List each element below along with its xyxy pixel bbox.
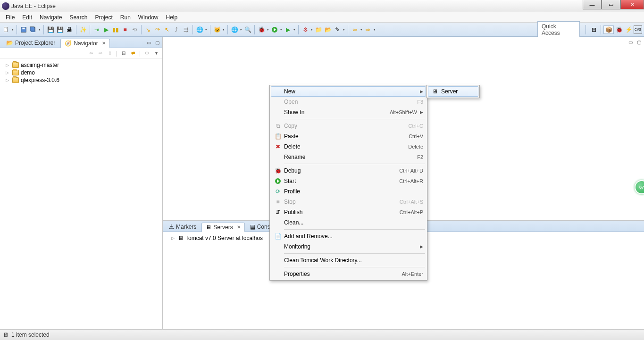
- menu-window[interactable]: Window: [134, 13, 162, 22]
- wand-icon[interactable]: ✨: [79, 25, 87, 34]
- close-icon[interactable]: ✕: [102, 41, 106, 46]
- save-all-icon[interactable]: [29, 25, 37, 34]
- forward-icon[interactable]: ⇨: [364, 25, 372, 34]
- step-into-icon[interactable]: ↘: [144, 25, 152, 34]
- disconnect-icon[interactable]: ⟲: [130, 25, 139, 34]
- submenu-server[interactable]: 🖥 Server: [428, 86, 478, 97]
- server-icon: 🖥: [432, 88, 438, 95]
- expand-icon[interactable]: ▷: [6, 70, 10, 75]
- debug-icon[interactable]: 🐞: [257, 25, 266, 34]
- ctx-add-remove[interactable]: 📄 Add and Remove...: [271, 231, 426, 241]
- resume-icon[interactable]: ▶: [102, 25, 110, 34]
- save-all2-icon[interactable]: 💾: [56, 25, 64, 34]
- save-icon[interactable]: [19, 25, 28, 34]
- collapse-all-icon[interactable]: ⊟: [120, 50, 127, 57]
- tree-item[interactable]: ▷ demo: [1, 69, 161, 76]
- ctx-show-in[interactable]: Show In Alt+Shift+W ▶: [271, 107, 426, 117]
- ctx-profile[interactable]: ⟳ Profile: [271, 186, 426, 197]
- ctx-debug[interactable]: 🐞 Debug Ctrl+Alt+D: [271, 166, 426, 176]
- tab-navigator[interactable]: 🧭 Navigator ✕: [60, 39, 109, 48]
- tree-item[interactable]: ▷ qlexpress-3.0.6: [1, 76, 161, 84]
- minimize-editor-icon[interactable]: ▭: [627, 39, 634, 45]
- ctx-properties[interactable]: Properties Alt+Enter: [271, 269, 426, 279]
- markers-icon: ⚠: [169, 224, 174, 230]
- profile-icon: ⟳: [276, 188, 280, 195]
- filter-nav-icon[interactable]: ⚙: [143, 50, 150, 57]
- tab-markers[interactable]: ⚠ Markers: [165, 222, 201, 231]
- ctx-open: Open F3: [271, 97, 426, 107]
- ctx-clean[interactable]: Clean...: [271, 217, 426, 228]
- menu-navigate[interactable]: Navigate: [36, 13, 66, 22]
- menu-help[interactable]: Help: [162, 13, 182, 22]
- ctx-start[interactable]: Start Ctrl+Alt+R: [271, 176, 426, 186]
- console-icon: ▤: [250, 224, 255, 230]
- tab-project-explorer[interactable]: 📂 Project Explorer: [2, 38, 59, 47]
- server-icon: 🖥: [178, 235, 184, 241]
- close-icon[interactable]: ✕: [237, 224, 241, 230]
- ctx-rename[interactable]: Rename F2: [271, 152, 426, 162]
- ctx-publish[interactable]: ⇵ Publish Ctrl+Alt+P: [271, 207, 426, 217]
- title-bar: Java EE - Eclipse — ▭ ✕: [0, 0, 644, 12]
- new-folder-icon[interactable]: 📁: [314, 25, 323, 34]
- back-icon[interactable]: ⇦: [351, 25, 359, 34]
- tomcat-icon[interactable]: 🐱: [213, 25, 221, 34]
- debug-skip-icon[interactable]: ⇥: [92, 25, 101, 34]
- tree-item[interactable]: ▷ asciimg-master: [1, 61, 161, 69]
- drop-frame-icon[interactable]: ⤴: [172, 25, 181, 34]
- dropdown-icon[interactable]: ▾: [11, 28, 14, 32]
- link-editor-icon[interactable]: ⇄: [130, 50, 136, 57]
- open-folder-icon[interactable]: 📂: [324, 25, 332, 34]
- minimize-view-icon[interactable]: ▭: [145, 40, 152, 46]
- status-bar: 🖥 1 item selected: [0, 329, 644, 340]
- menu-edit[interactable]: Edit: [18, 13, 36, 22]
- close-button[interactable]: ✕: [620, 0, 644, 9]
- ctx-delete[interactable]: ✖ Delete Delete: [271, 141, 426, 152]
- ctx-monitoring[interactable]: Monitoring ▶: [271, 241, 426, 252]
- project-label: asciimg-master: [21, 62, 59, 68]
- step-return-icon[interactable]: ↖: [163, 25, 171, 34]
- open-perspective-icon[interactable]: ⊞: [590, 25, 598, 34]
- javaee-perspective-icon[interactable]: 📦: [603, 25, 614, 34]
- globe2-icon[interactable]: 🌐: [230, 25, 239, 34]
- svg-rect-4: [30, 26, 34, 31]
- server-perspective-icon[interactable]: ⚡: [624, 25, 633, 34]
- minimize-button[interactable]: —: [583, 0, 602, 9]
- run-last-icon[interactable]: ▶: [284, 25, 292, 34]
- globe-icon[interactable]: 🌐: [195, 25, 204, 34]
- save-disk-icon[interactable]: 💾: [46, 25, 55, 34]
- add-remove-icon: 📄: [275, 233, 282, 240]
- step-over-icon[interactable]: ↷: [153, 25, 162, 34]
- new-icon[interactable]: [2, 25, 10, 34]
- forward-nav-icon[interactable]: ⇨: [97, 50, 104, 57]
- terminate-icon[interactable]: ■: [121, 25, 129, 34]
- ctx-new[interactable]: New ▶: [271, 86, 426, 97]
- print-icon[interactable]: 🖶: [65, 25, 74, 34]
- run-icon[interactable]: [270, 25, 279, 34]
- view-menu-icon[interactable]: ▾: [153, 50, 159, 57]
- paste-icon: 📋: [275, 133, 282, 140]
- menu-file[interactable]: File: [2, 13, 18, 22]
- tab-servers[interactable]: 🖥 Servers ✕: [201, 223, 244, 232]
- maximize-view-icon[interactable]: ▢: [154, 40, 160, 46]
- expand-icon[interactable]: ▷: [171, 236, 176, 240]
- up-nav-icon[interactable]: ⇧: [107, 50, 113, 57]
- ctx-clean-tomcat[interactable]: Clean Tomcat Work Directory...: [271, 255, 426, 265]
- back-nav-icon[interactable]: ⇦: [88, 50, 94, 57]
- edit-icon[interactable]: ✎: [333, 25, 342, 34]
- ctx-paste[interactable]: 📋 Paste Ctrl+V: [271, 131, 426, 141]
- svg-rect-2: [22, 27, 25, 29]
- menu-search[interactable]: Search: [66, 13, 91, 22]
- quick-access-input[interactable]: Quick Access: [537, 21, 580, 38]
- menu-run[interactable]: Run: [117, 13, 134, 22]
- menu-project[interactable]: Project: [91, 13, 116, 22]
- suspend-icon[interactable]: ▮▮: [111, 25, 120, 34]
- expand-icon[interactable]: ▷: [6, 78, 10, 83]
- search2-icon[interactable]: 🔍: [243, 25, 252, 34]
- cvs-perspective-icon[interactable]: CVS: [634, 25, 642, 34]
- maximize-button[interactable]: ▭: [602, 0, 620, 9]
- debug-perspective-icon[interactable]: 🐞: [615, 25, 623, 34]
- ext-tools-icon[interactable]: ⚙: [301, 25, 309, 34]
- expand-icon[interactable]: ▷: [6, 63, 10, 67]
- filter-icon[interactable]: ⇶: [182, 25, 190, 34]
- maximize-editor-icon[interactable]: ▢: [636, 39, 642, 45]
